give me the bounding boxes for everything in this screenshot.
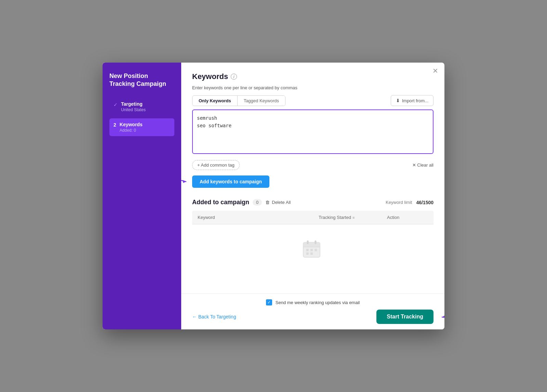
content-scroll: Keywords i Enter keywords one per line o… xyxy=(181,63,444,293)
start-tracking-arrow xyxy=(435,308,444,323)
clear-all-label: ✕ Clear all xyxy=(412,162,433,168)
subtitle-text: Enter keywords one per line or separated… xyxy=(192,85,433,90)
close-icon: ✕ xyxy=(432,67,438,75)
table-header: Keyword Tracking Started ≡ Action xyxy=(192,211,433,224)
clear-all-button[interactable]: ✕ Clear all xyxy=(412,162,433,168)
sidebar-targeting-label: Targeting xyxy=(121,101,146,107)
import-icon: ⬇ xyxy=(396,98,400,103)
add-keywords-label: Add keywords to campaign xyxy=(200,179,262,184)
empty-state xyxy=(192,224,433,281)
svg-rect-10 xyxy=(310,252,313,255)
add-keywords-arrow xyxy=(181,175,191,188)
sort-icon: ≡ xyxy=(352,215,355,220)
add-keywords-button[interactable]: Add keywords to campaign xyxy=(192,175,269,188)
keyword-tabs: Only Keywords Tagged Keywords xyxy=(192,95,285,106)
sidebar-item-keywords[interactable]: 2 Keywords Added: 0 xyxy=(109,118,174,136)
col-header-tracking[interactable]: Tracking Started ≡ xyxy=(319,215,387,220)
sidebar-item-targeting[interactable]: ✓ Targeting United States xyxy=(109,98,174,116)
tab-tagged-keywords[interactable]: Tagged Keywords xyxy=(238,96,285,106)
sidebar-title: New Position Tracking Campaign xyxy=(109,72,174,88)
col-header-keyword: Keyword xyxy=(198,215,319,220)
col-header-action: Action xyxy=(387,215,428,220)
trash-icon: 🗑 xyxy=(265,200,270,205)
back-label: ← Back To Targeting xyxy=(192,314,236,319)
email-checkbox[interactable]: ✓ xyxy=(266,299,272,305)
checkbox-check-icon: ✓ xyxy=(267,300,271,305)
keywords-step-number: 2 xyxy=(114,122,116,128)
start-tracking-button[interactable]: Start Tracking xyxy=(376,310,433,324)
svg-rect-9 xyxy=(306,252,309,255)
keyword-limit-count: 46/1500 xyxy=(416,200,433,205)
svg-rect-7 xyxy=(310,249,313,251)
email-label: Send me weekly ranking updates via email xyxy=(276,300,360,305)
section-title-text: Keywords xyxy=(192,72,228,81)
add-tag-button[interactable]: + Add common tag xyxy=(192,160,240,170)
sidebar-targeting-sub: United States xyxy=(121,107,146,112)
svg-rect-3 xyxy=(307,240,309,244)
email-row: ✓ Send me weekly ranking updates via ema… xyxy=(192,299,433,305)
campaign-header-right: Keyword limit 46/1500 xyxy=(386,200,433,205)
delete-all-button[interactable]: 🗑 Delete All xyxy=(265,200,291,205)
actions-row: + Add common tag ✕ Clear all xyxy=(192,160,433,170)
section-title-row: Keywords i xyxy=(192,72,433,81)
close-button[interactable]: ✕ xyxy=(432,67,438,74)
import-label: Import from... xyxy=(402,98,428,103)
campaign-header: Added to campaign 0 🗑 Delete All Keyword… xyxy=(192,199,433,206)
tab-only-keywords[interactable]: Only Keywords xyxy=(192,96,238,106)
start-tracking-label: Start Tracking xyxy=(387,314,423,319)
svg-marker-0 xyxy=(183,180,186,183)
keywords-textarea[interactable]: semrush seo software xyxy=(192,109,433,154)
svg-rect-4 xyxy=(315,240,316,244)
campaign-title: Added to campaign xyxy=(192,199,249,206)
check-icon: ✓ xyxy=(114,102,118,107)
nav-row: ← Back To Targeting Start Tracking xyxy=(192,310,433,324)
tabs-row: Only Keywords Tagged Keywords ⬇ Import f… xyxy=(192,95,433,106)
main-content: ✕ Keywords i Enter keywords one per line… xyxy=(181,63,444,329)
info-icon[interactable]: i xyxy=(231,74,237,80)
footer: ✓ Send me weekly ranking updates via ema… xyxy=(181,293,444,329)
campaign-section: Added to campaign 0 🗑 Delete All Keyword… xyxy=(192,199,433,281)
import-button[interactable]: ⬇ Import from... xyxy=(391,95,433,106)
campaign-header-left: Added to campaign 0 🗑 Delete All xyxy=(192,199,291,206)
back-to-targeting-button[interactable]: ← Back To Targeting xyxy=(192,314,236,319)
svg-rect-2 xyxy=(303,242,320,247)
campaign-count-badge: 0 xyxy=(253,199,262,206)
delete-all-label: Delete All xyxy=(272,200,291,205)
add-tag-label: + Add common tag xyxy=(197,162,235,168)
empty-state-icon xyxy=(301,238,325,262)
svg-rect-8 xyxy=(315,249,317,251)
sidebar-keywords-label: Keywords xyxy=(120,122,143,127)
sidebar: New Position Tracking Campaign ✓ Targeti… xyxy=(103,63,181,329)
sidebar-keywords-sub: Added: 0 xyxy=(120,128,143,133)
svg-rect-6 xyxy=(306,249,309,251)
keyword-limit-label: Keyword limit xyxy=(386,200,412,205)
